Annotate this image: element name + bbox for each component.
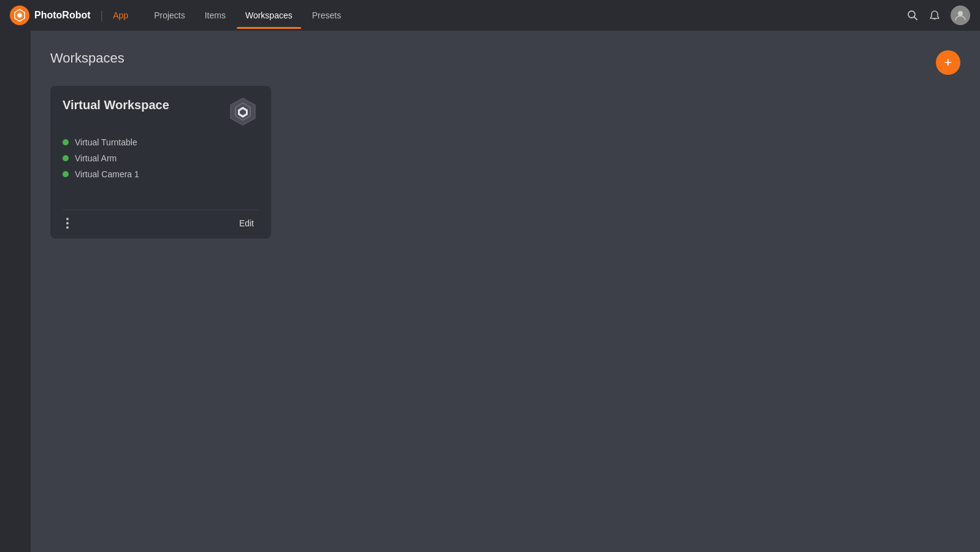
bell-icon	[929, 10, 940, 21]
status-indicator	[63, 171, 69, 177]
svg-line-3	[914, 17, 917, 20]
brand-name: PhotoRobot	[34, 10, 91, 21]
more-dot-1	[66, 218, 69, 220]
more-menu-button[interactable]	[63, 217, 72, 230]
search-button[interactable]	[906, 9, 919, 21]
card-header: Virtual Workspace	[63, 98, 259, 128]
nav-links: Projects Items Workspaces Presets	[145, 7, 350, 24]
user-avatar[interactable]	[951, 6, 970, 25]
notifications-button[interactable]	[928, 9, 941, 21]
list-item: Virtual Turntable	[63, 137, 259, 147]
nav-item-items[interactable]: Items	[196, 7, 234, 24]
brand-app-label: App	[113, 10, 128, 20]
device-name: Virtual Arm	[75, 153, 117, 163]
device-name: Virtual Camera 1	[75, 169, 139, 179]
brand-logo-icon	[10, 6, 29, 25]
edit-workspace-button[interactable]: Edit	[234, 217, 259, 229]
nav-item-projects[interactable]: Projects	[145, 7, 194, 24]
brand-divider: |	[101, 9, 104, 22]
workspace-card-title: Virtual Workspace	[63, 98, 169, 112]
brand: PhotoRobot | App	[10, 6, 128, 25]
main-content: Workspaces + Virtual Workspace Virtual T…	[31, 31, 980, 552]
workspace-card: Virtual Workspace Virtual Turntable Virt…	[50, 86, 271, 239]
device-list: Virtual Turntable Virtual Arm Virtual Ca…	[63, 137, 259, 179]
svg-point-4	[958, 11, 963, 16]
sidebar	[0, 31, 31, 552]
list-item: Virtual Arm	[63, 153, 259, 163]
page-title: Workspaces	[50, 50, 124, 66]
card-footer: Edit	[63, 210, 259, 230]
more-dot-3	[66, 226, 69, 229]
status-indicator	[63, 139, 69, 145]
page-header: Workspaces +	[50, 50, 960, 66]
status-indicator	[63, 155, 69, 161]
navbar: PhotoRobot | App Projects Items Workspac…	[0, 0, 980, 31]
add-workspace-button[interactable]: +	[936, 50, 960, 75]
navbar-right	[906, 6, 970, 25]
svg-point-1	[18, 13, 21, 17]
device-name: Virtual Turntable	[75, 137, 137, 147]
nav-item-workspaces[interactable]: Workspaces	[237, 7, 301, 24]
list-item: Virtual Camera 1	[63, 169, 259, 179]
search-icon	[907, 10, 918, 21]
nav-item-presets[interactable]: Presets	[304, 7, 350, 24]
avatar-icon	[954, 9, 967, 21]
workspace-logo-icon	[227, 96, 259, 128]
more-dot-2	[66, 222, 69, 224]
